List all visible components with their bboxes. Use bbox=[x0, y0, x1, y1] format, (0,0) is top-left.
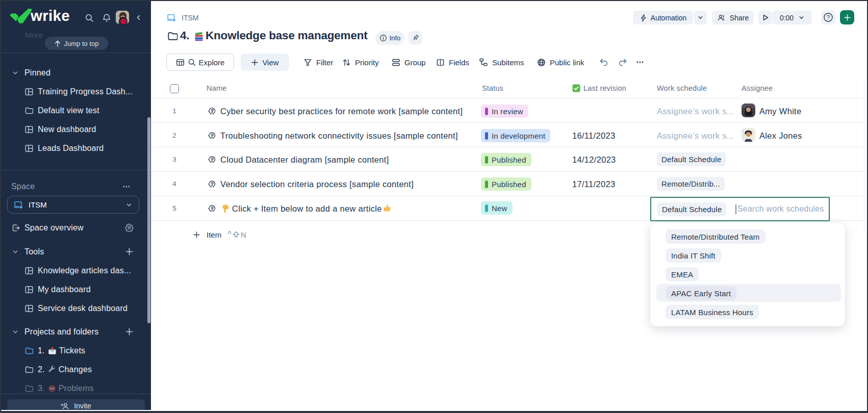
svg-text:?: ? bbox=[827, 14, 830, 20]
